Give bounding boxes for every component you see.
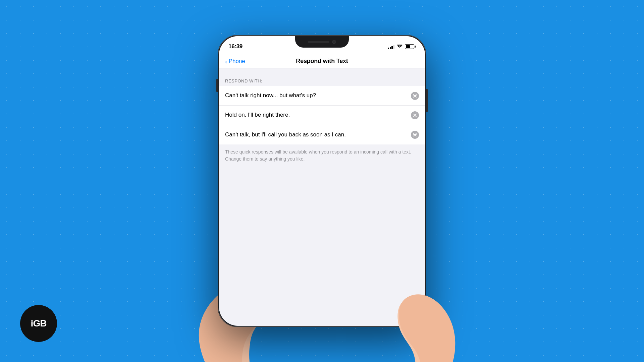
svg-point-6 xyxy=(411,131,419,138)
response-list: Can't talk right now... but what's up? H… xyxy=(219,86,425,144)
response-text-3: Can't talk, but I'll call you back as so… xyxy=(225,131,411,138)
back-button[interactable]: ‹ Phone xyxy=(225,58,245,65)
chevron-left-icon: ‹ xyxy=(225,58,227,65)
front-camera xyxy=(332,40,336,44)
svg-point-0 xyxy=(411,92,419,100)
list-item: Can't talk right now... but what's up? xyxy=(219,86,425,106)
hand-right xyxy=(377,245,471,362)
signal-icon xyxy=(388,44,394,49)
status-time: 16:39 xyxy=(228,43,243,50)
response-text-2: Hold on, I'll be right there. xyxy=(225,111,411,119)
list-item: Can't talk, but I'll call you back as so… xyxy=(219,125,425,144)
back-label: Phone xyxy=(229,58,245,65)
settings-content: RESPOND WITH: Can't talk right now... bu… xyxy=(219,68,425,163)
wifi-icon xyxy=(397,44,402,49)
status-icons xyxy=(388,44,416,49)
logo-text: iGB xyxy=(31,318,47,329)
list-item: Hold on, I'll be right there. xyxy=(219,106,425,125)
section-header: RESPOND WITH: xyxy=(219,78,425,86)
igb-logo: iGB xyxy=(20,305,57,342)
navigation-bar: ‹ Phone Respond with Text xyxy=(219,54,425,68)
footer-note: These quick responses will be available … xyxy=(219,144,425,163)
clear-response-2-button[interactable] xyxy=(411,111,419,119)
clear-response-3-button[interactable] xyxy=(411,131,419,139)
svg-point-3 xyxy=(411,112,419,119)
battery-icon xyxy=(405,44,416,49)
notch xyxy=(295,36,349,48)
speaker-grill xyxy=(308,41,329,43)
response-text-1: Can't talk right now... but what's up? xyxy=(225,92,411,99)
page-title: Respond with Text xyxy=(296,58,348,65)
phone-scene: 16:39 xyxy=(213,17,431,345)
clear-response-1-button[interactable] xyxy=(411,92,419,100)
